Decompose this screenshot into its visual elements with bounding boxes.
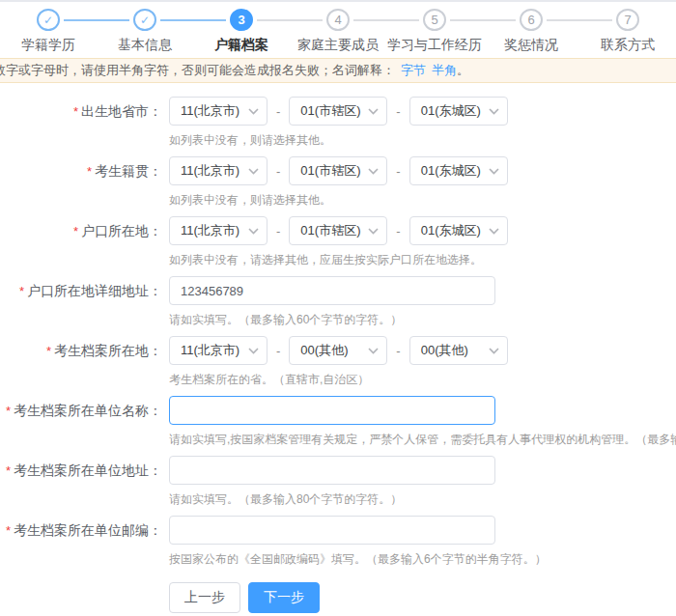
separator-dash: - — [396, 164, 400, 179]
step-label: 家庭主要成员 — [297, 37, 379, 54]
archive-unit-address-label: *考生档案所在单位地址： — [0, 456, 162, 507]
prev-step-button[interactable]: 上一步 — [169, 582, 240, 613]
archive-unit-name-input[interactable] — [169, 396, 495, 425]
archive-unit-address-row: *考生档案所在单位地址： 请如实填写。（最多输入80个字节的字符。） — [0, 456, 676, 507]
step-number: 5 — [423, 9, 446, 31]
warning-text: 数字或字母时，请使用半角字符，否则可能会造成报名失败；名词解释：字节半角。 — [0, 62, 469, 79]
required-asterisk: * — [6, 404, 11, 418]
wizard-buttons: 上一步 下一步 — [169, 582, 676, 613]
chevron-down-icon — [489, 108, 499, 115]
select-value: 01(东城区) — [421, 162, 481, 180]
required-asterisk: * — [6, 523, 11, 538]
separator-dash: - — [276, 164, 280, 179]
step-connector — [450, 19, 516, 21]
chevron-down-icon — [248, 108, 259, 115]
household-address-hint: 请如实填写。（最多输入60个字节的字符。） — [169, 312, 495, 327]
byte-term-link[interactable]: 字节 — [401, 63, 426, 77]
stepper: ✓ 学籍学历 ✓ 基本信息 3 户籍档案 4 家庭主要成员 5 学习与工作经历 … — [0, 2, 676, 54]
step-household-archive[interactable]: 3 户籍档案 — [193, 9, 290, 54]
birthplace-province-select[interactable]: 11(北京市) — [169, 97, 268, 126]
select-value: 11(北京市) — [181, 162, 239, 180]
chevron-down-icon — [489, 348, 499, 354]
native-district-select[interactable]: 01(东城区) — [409, 156, 508, 185]
required-asterisk: * — [6, 463, 11, 478]
select-value: 01(东城区) — [421, 222, 481, 239]
archive-unit-zipcode-input[interactable] — [169, 516, 495, 545]
native-province-select[interactable]: 11(北京市) — [169, 156, 268, 185]
select-value: 01(市辖区) — [300, 222, 360, 239]
separator-dash: - — [396, 344, 400, 358]
birthplace-district-select[interactable]: 01(东城区) — [409, 97, 508, 126]
step-number: 4 — [326, 9, 350, 31]
archive-city-select[interactable]: 00(其他) — [289, 336, 387, 365]
registration-wizard-page: ✓ 学籍学历 ✓ 基本信息 3 户籍档案 4 家庭主要成员 5 学习与工作经历 … — [0, 0, 676, 616]
step-rewards-punishments[interactable]: 6 奖惩情况 — [483, 9, 579, 54]
select-value: 00(其他) — [300, 342, 348, 359]
select-value: 01(市辖区) — [300, 102, 360, 120]
archive-unit-address-input[interactable] — [169, 456, 495, 485]
required-asterisk: * — [19, 284, 24, 298]
household-address-input[interactable] — [169, 276, 495, 305]
step-academic-record[interactable]: ✓ 学籍学历 — [0, 9, 97, 54]
step-number: 7 — [616, 9, 639, 31]
check-icon: ✓ — [133, 9, 156, 31]
archive-unit-zipcode-row: *考生档案所在单位邮编： 按国家公布的《全国邮政编码》填写。（最多输入6个字节的… — [0, 516, 676, 567]
household-archive-form: *出生地省市： 11(北京市) - 01(市辖区) - 01(东城区) — [0, 83, 676, 613]
select-value: 00(其他) — [421, 342, 468, 359]
next-step-button[interactable]: 下一步 — [248, 582, 320, 613]
archive-location-row: *考生档案所在地： 11(北京市) - 00(其他) - 00(其他) — [0, 336, 676, 387]
step-family-members[interactable]: 4 家庭主要成员 — [290, 9, 386, 54]
step-basic-info[interactable]: ✓ 基本信息 — [97, 9, 193, 54]
step-study-work-history[interactable]: 5 学习与工作经历 — [386, 9, 483, 54]
household-address-row: *户口所在地详细地址： 请如实填写。（最多输入60个字节的字符。） — [0, 276, 676, 327]
step-label: 联系方式 — [601, 37, 655, 54]
required-asterisk: * — [73, 104, 78, 119]
step-label: 学习与工作经历 — [387, 37, 482, 54]
household-province-select[interactable]: 11(北京市) — [169, 216, 268, 245]
birthplace-row: *出生地省市： 11(北京市) - 01(市辖区) - 01(东城区) — [0, 97, 676, 148]
household-address-label: *户口所在地详细地址： — [0, 276, 162, 327]
chevron-down-icon — [368, 348, 379, 354]
archive-unit-name-label: *考生档案所在单位名称： — [0, 396, 162, 447]
step-label: 奖惩情况 — [504, 37, 558, 54]
step-connector — [353, 19, 419, 21]
birthplace-hint: 如列表中没有，则请选择其他。 — [169, 132, 508, 148]
select-value: 11(北京市) — [181, 342, 239, 359]
required-asterisk: * — [87, 164, 92, 179]
birthplace-city-select[interactable]: 01(市辖区) — [289, 97, 387, 126]
step-label: 户籍档案 — [214, 37, 268, 54]
select-value: 01(市辖区) — [300, 162, 360, 180]
chevron-down-icon — [368, 168, 379, 175]
household-city-select[interactable]: 01(市辖区) — [289, 216, 387, 245]
native-city-select[interactable]: 01(市辖区) — [289, 156, 387, 185]
separator-dash: - — [276, 344, 280, 358]
check-icon: ✓ — [37, 9, 60, 31]
archive-province-select[interactable]: 11(北京市) — [169, 336, 268, 365]
step-label: 基本信息 — [118, 37, 172, 54]
step-number: 6 — [520, 9, 543, 31]
archive-location-hint: 考生档案所在的省。（直辖市,自治区） — [169, 372, 508, 387]
halfwidth-term-link[interactable]: 半角 — [432, 63, 457, 77]
separator-dash: - — [396, 224, 400, 238]
required-asterisk: * — [46, 344, 51, 358]
archive-district-select[interactable]: 00(其他) — [409, 336, 508, 365]
chevron-down-icon — [248, 168, 259, 175]
select-value: 01(东城区) — [421, 102, 481, 120]
chevron-down-icon — [368, 108, 379, 115]
required-asterisk: * — [73, 224, 78, 238]
step-connector — [64, 19, 129, 21]
select-value: 11(北京市) — [181, 222, 239, 239]
archive-unit-name-row: *考生档案所在单位名称： 请如实填写,按国家档案管理有关规定，严禁个人保管，需委… — [0, 396, 676, 447]
step-number: 3 — [230, 9, 253, 31]
step-connector — [160, 19, 226, 21]
household-location-row: *户口所在地： 11(北京市) - 01(市辖区) - 01(东城区) — [0, 216, 676, 267]
step-contact-info[interactable]: 7 联系方式 — [579, 9, 676, 54]
archive-unit-address-hint: 请如实填写。（最多输入80个字节的字符。） — [169, 491, 495, 507]
household-district-select[interactable]: 01(东城区) — [409, 216, 508, 245]
archive-location-label: *考生档案所在地： — [0, 336, 162, 387]
native-place-row: *考生籍贯： 11(北京市) - 01(市辖区) - 01(东城区) — [0, 156, 676, 208]
chevron-down-icon — [248, 348, 259, 354]
household-location-hint: 如列表中没有，请选择其他，应届生按实际户口所在地选择。 — [169, 252, 508, 267]
chevron-down-icon — [248, 228, 259, 235]
separator-dash: - — [276, 224, 280, 238]
